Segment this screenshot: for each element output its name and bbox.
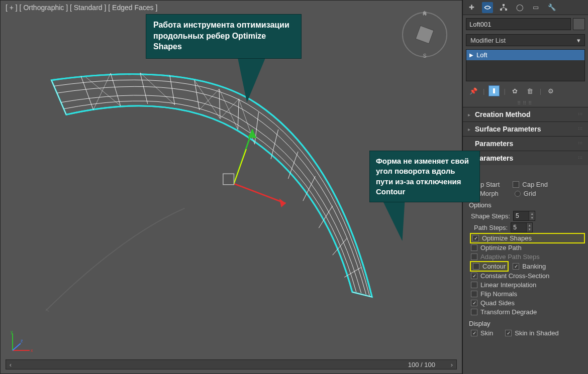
rollout-parameters-1[interactable]: Parameters [463, 137, 588, 151]
banking-checkbox[interactable] [513, 263, 519, 270]
chevron-right-icon: ▸ [468, 112, 475, 117]
object-name-input[interactable] [466, 18, 571, 30]
svg-point-35 [46, 302, 56, 312]
pin-stack-icon[interactable]: 📌 [468, 85, 479, 96]
grip-icon [578, 127, 583, 130]
hierarchy-tab-icon[interactable] [498, 2, 509, 13]
command-panel: ✚ ◯ ▭ 🔧 Modifier List ▾ ▶ Loft 📌 | | ✿ 🗑… [462, 0, 588, 374]
svg-point-0 [403, 13, 447, 57]
optimize-shapes-row: Optimize Shapes [471, 234, 584, 242]
scroll-right-icon[interactable]: › [447, 360, 456, 369]
linear-interp-label: Linear Interpolation [480, 281, 536, 289]
modifier-list-dropdown[interactable]: Modifier List ▾ [466, 34, 585, 46]
frame-readout: 100 / 100 [408, 361, 435, 368]
object-color-swatch[interactable] [573, 18, 585, 30]
linear-interp-checkbox[interactable] [471, 282, 477, 288]
svg-rect-1 [416, 26, 434, 44]
panel-grip[interactable]: ⠿⠿⠿ [463, 99, 588, 107]
utilities-tab-icon[interactable]: 🔧 [546, 2, 557, 13]
spinner-up-icon[interactable]: ▴▾ [529, 211, 535, 220]
skin-in-shaded-checkbox[interactable] [505, 330, 512, 336]
svg-text:x: x [31, 348, 33, 353]
svg-text:y: y [11, 329, 13, 334]
command-tabs: ✚ ◯ ▭ 🔧 [463, 0, 588, 15]
capping-group-label: g [469, 171, 584, 179]
banking-label: Banking [522, 263, 546, 270]
optimize-path-label: Optimize Path [480, 244, 522, 252]
grid-radio[interactable] [515, 191, 521, 197]
cap-end-checkbox[interactable] [513, 181, 519, 188]
optimize-shapes-checkbox[interactable] [472, 235, 479, 241]
quad-sides-checkbox[interactable] [471, 300, 477, 306]
shape-steps-input[interactable] [514, 211, 529, 220]
configure-sets-icon[interactable]: ⚙ [545, 85, 556, 96]
rollout-parameters-2[interactable]: Parameters [463, 151, 588, 165]
rollout-creation-method[interactable]: ▸ Creation Method [463, 107, 588, 121]
display-tab-icon[interactable]: ▭ [530, 2, 541, 13]
adaptive-path-label: Adaptive Path Steps [480, 253, 540, 261]
transform-degrade-checkbox[interactable] [471, 309, 477, 315]
modifier-item-label: Loft [476, 51, 487, 59]
shape-steps-spinner[interactable]: ▴▾ [513, 211, 535, 221]
modifier-item-loft[interactable]: ▶ Loft [466, 50, 584, 60]
remove-modifier-icon[interactable]: 🗑 [525, 85, 536, 96]
cap-start-label: p Start [480, 181, 500, 188]
svg-rect-42 [503, 4, 505, 6]
svg-line-47 [504, 8, 506, 9]
contour-row: Contour [471, 262, 508, 271]
constant-cross-label: Constant Cross-Section [480, 272, 549, 280]
expand-icon[interactable]: ▶ [469, 52, 473, 58]
chevron-right-icon: ▸ [468, 127, 475, 132]
contour-checkbox[interactable] [473, 263, 479, 270]
svg-text:N: N [423, 11, 426, 17]
svg-line-33 [234, 149, 246, 184]
grid-label: Grid [524, 190, 536, 197]
callout-tail [233, 57, 265, 102]
svg-rect-34 [223, 174, 234, 185]
grip-icon [578, 156, 583, 159]
viewport-label: [ + ] [ Orthographic ] [ Standard ] [ Ed… [6, 4, 157, 12]
rollout-surface-parameters[interactable]: ▸ Surface Parameters [463, 122, 588, 136]
make-unique-icon[interactable]: ✿ [510, 85, 521, 96]
axis-gizmo: x y z [10, 329, 34, 353]
callout-contour: Форма не изменяет свой угол поворота вдо… [369, 151, 480, 202]
rollout-title: Creation Method [475, 110, 530, 118]
viewcube[interactable]: N S [400, 10, 450, 60]
scroll-left-icon[interactable]: ‹ [6, 360, 15, 369]
svg-line-29 [234, 184, 285, 203]
motion-tab-icon[interactable]: ◯ [514, 2, 525, 13]
svg-text:z: z [21, 338, 23, 343]
adaptive-path-checkbox [471, 254, 477, 260]
flip-normals-label: Flip Normals [480, 290, 517, 298]
spinner-up-icon[interactable]: ▴▾ [526, 223, 532, 232]
transform-degrade-label: Transform Degrade [480, 308, 537, 316]
chevron-down-icon: ▾ [577, 37, 580, 44]
create-tab-icon[interactable]: ✚ [466, 2, 477, 13]
skin-in-shaded-label: Skin in Shaded [515, 329, 558, 337]
scroll-track[interactable]: 100 / 100 [15, 360, 447, 369]
optimize-shapes-label: Optimize Shapes [482, 234, 532, 242]
stack-toolbar: 📌 | | ✿ 🗑 | ⚙ [463, 84, 588, 99]
constant-cross-checkbox[interactable] [471, 273, 477, 279]
modifier-stack[interactable]: ▶ Loft [466, 49, 585, 81]
skin-label: Skin [480, 329, 493, 337]
path-steps-input[interactable] [511, 223, 526, 232]
rollout-title: Parameters [475, 154, 513, 162]
time-slider[interactable]: ‹ 100 / 100 › [6, 359, 457, 369]
options-group-label: Options [469, 201, 584, 209]
morph-label: Morph [480, 190, 499, 197]
flip-normals-checkbox[interactable] [471, 291, 477, 297]
skin-checkbox[interactable] [471, 330, 477, 336]
svg-line-40 [13, 343, 21, 350]
show-end-result-icon[interactable] [488, 85, 500, 96]
svg-marker-4 [423, 11, 427, 15]
path-steps-spinner[interactable]: ▴▾ [511, 222, 533, 232]
optimize-path-checkbox[interactable] [471, 244, 477, 251]
modify-tab-icon[interactable] [482, 2, 493, 13]
rollout-title: Parameters [475, 140, 513, 148]
display-group-label: Display [469, 320, 584, 327]
svg-text:S: S [423, 53, 427, 59]
path-steps-label: Path Steps: [474, 224, 508, 231]
svg-line-46 [501, 8, 504, 9]
quad-sides-label: Quad Sides [480, 299, 515, 307]
